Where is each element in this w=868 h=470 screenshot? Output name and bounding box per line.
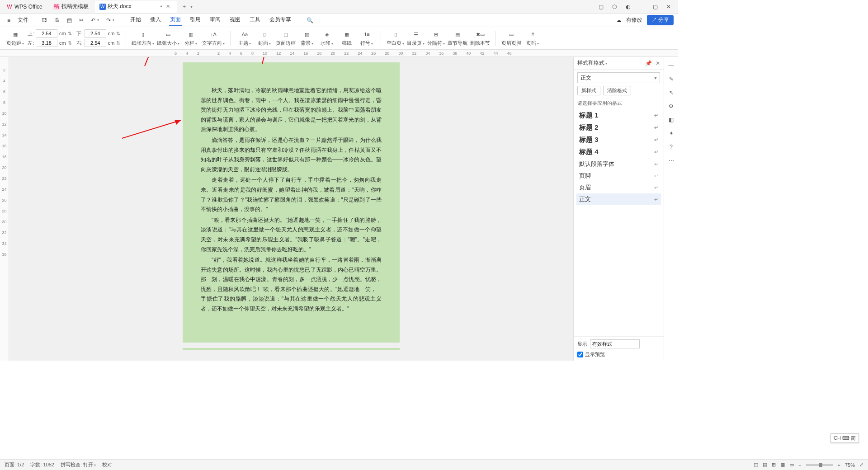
margin-top-input[interactable] (36, 29, 57, 38)
style-item[interactable]: 标题 1↵ (576, 109, 661, 122)
clear-format-button[interactable]: 清除格式 (603, 86, 631, 95)
style-item[interactable]: 正文↵ (576, 193, 661, 205)
cube-icon[interactable]: ⬡ (610, 4, 618, 10)
document-page-2[interactable] (183, 348, 400, 350)
separator (35, 17, 35, 24)
orientation-button[interactable]: ▯纸张方向 (132, 30, 154, 47)
close-icon[interactable]: ✕ (166, 4, 172, 10)
tools-icon[interactable]: ✦ (669, 130, 674, 136)
preview-checkbox[interactable]: 显示预览 (577, 351, 660, 358)
maximize-icon[interactable]: ▢ (651, 4, 659, 10)
ruler-horizontal[interactable]: 6422468101214161820222426283032343638404… (0, 50, 678, 57)
avatar-icon[interactable]: ◐ (624, 4, 632, 10)
new-tab-button[interactable]: + (180, 4, 189, 10)
tab-start[interactable]: 开始 (129, 14, 142, 26)
tab-menu-icon[interactable]: ▾ (190, 4, 193, 9)
paragraph[interactable]: 走着走着，远处一个人停下了自行车，手中撑着一把伞，匆匆向我走来。近看走来的是我的… (201, 175, 382, 214)
template-icon: 稿 (53, 4, 60, 10)
file-menu[interactable]: 文件 (15, 15, 31, 25)
tab-doc[interactable]: W 秋天.docx • ✕ (95, 1, 177, 13)
style-item[interactable]: 页脚↵ (576, 170, 661, 182)
new-style-button[interactable]: 新样式 (577, 86, 600, 95)
settings-icon[interactable]: ⚙ (669, 103, 674, 109)
line-number-button[interactable]: 1≡行号 (358, 30, 375, 47)
collapse-icon[interactable]: — (669, 62, 674, 69)
paragraph[interactable]: "好"，我看着她说道。就这样我坐着她的自行车，一路冒着雨，渐渐离开这失意的场所。… (201, 255, 382, 314)
show-filter-input[interactable] (590, 339, 640, 348)
style-item[interactable]: 标题 3↵ (576, 134, 661, 146)
page-number-button[interactable]: #页码 (524, 30, 541, 47)
document-canvas[interactable]: 秋天，落叶满地，冷寂的秋雨肆意地宣泄着它的情绪，用悲凉给这个喧嚣的世界调色。街巷… (9, 57, 573, 361)
menubar-right: ☁ 有修改 ↗ 分享 (616, 15, 674, 25)
undo-icon[interactable]: ↶ (88, 16, 102, 25)
text-direction-button[interactable]: ↕A文字方向 (202, 30, 225, 47)
theme-button[interactable]: Aa主题 (236, 30, 253, 47)
box-icon[interactable]: ▢ (597, 4, 605, 10)
document-page[interactable]: 秋天，落叶满地，冷寂的秋雨肆意地宣泄着它的情绪，用悲凉给这个喧嚣的世界调色。街巷… (183, 62, 400, 343)
style-item[interactable]: 标题 2↵ (576, 122, 661, 134)
tab-insert[interactable]: 插入 (149, 14, 162, 26)
save-icon[interactable]: 🖫 (39, 16, 50, 25)
style-item[interactable]: 默认段落字体↵ (576, 158, 661, 170)
right-icon-rail: — ✎ ↖ ⚙ ◧ ✦ ? ⋯ (664, 57, 678, 361)
redo-icon[interactable]: ↷ (104, 16, 117, 25)
toc-page-button[interactable]: ☰目录页 (407, 30, 425, 47)
page-margins-button[interactable]: ▦ 页边距 (6, 30, 24, 47)
paragraph[interactable]: 秋天，落叶满地，冷寂的秋雨肆意地宣泄着它的情绪，用悲凉给这个喧嚣的世界调色。街巷… (201, 86, 382, 135)
ruler-vertical[interactable]: 24681012141618202224262830323436 (0, 57, 9, 361)
blankpage-icon: ▯ (391, 30, 400, 39)
paragraph[interactable]: 滴滴答答，是雨在倾诉，还是心在流血？一片黯然浮于眼眸，为什么我用真挚付出的换来的… (201, 136, 382, 174)
svg-line-4 (122, 120, 181, 138)
print-icon[interactable]: 🖶 (52, 16, 62, 25)
tab-page[interactable]: 页面 (169, 14, 182, 26)
close-icon[interactable]: ✕ (665, 4, 673, 10)
margin-right-input[interactable] (85, 39, 106, 47)
help-icon[interactable]: ? (670, 144, 673, 150)
menubar: ≡ 文件 🖫 🖶 ▤ ✂ ↶ ↷ 开始 插入 页面 引用 审阅 视图 工具 会员… (0, 14, 678, 27)
layers-icon[interactable]: ◧ (669, 117, 674, 123)
pencil-icon[interactable]: ✎ (669, 76, 674, 82)
background-button[interactable]: ▨背景 (298, 30, 316, 47)
unit: cm (108, 40, 115, 46)
panel-title[interactable]: 样式和格式 (577, 59, 607, 67)
columns-button[interactable]: ▥分栏 (182, 30, 199, 47)
print-preview-icon[interactable]: ▤ (64, 16, 75, 25)
select-icon[interactable]: ↖ (669, 89, 674, 96)
cloud-icon[interactable]: ☁ (616, 17, 622, 24)
paper-size-button[interactable]: ▭纸张大小 (157, 30, 179, 47)
cut-icon[interactable]: ✂ (76, 16, 86, 25)
minimize-icon[interactable]: — (637, 4, 646, 10)
tab-reference[interactable]: 引用 (189, 14, 202, 26)
manuscript-icon: ▦ (342, 30, 351, 39)
margin-left-input[interactable] (36, 39, 57, 47)
columns-icon: ▥ (186, 30, 195, 39)
share-button[interactable]: ↗ 分享 (647, 15, 674, 25)
close-icon[interactable]: ✕ (656, 60, 660, 66)
tab-label: WPS Office (14, 4, 42, 10)
chapter-nav-button[interactable]: ▤章节导航 (448, 30, 467, 47)
tab-tools[interactable]: 工具 (249, 14, 261, 26)
tab-review[interactable]: 审阅 (209, 14, 222, 26)
tab-template[interactable]: 稿 找稿壳模板 (49, 1, 93, 13)
header-footer-button[interactable]: ▭页眉页脚 (501, 30, 521, 47)
theme-icon: Aa (240, 30, 249, 39)
manuscript-button[interactable]: ▦稿纸 (338, 30, 355, 47)
paragraph[interactable]: "唉，看来那个插曲还挺大的。"她逗趣地一笑，一手搪住了我的胳膊，淡淡说道："与其… (201, 216, 382, 254)
tab-wps[interactable]: W WPS Office (2, 1, 47, 13)
watermark-button[interactable]: ◈水印 (318, 30, 335, 47)
current-style-select[interactable]: 正文▾ (577, 72, 660, 83)
search-icon[interactable]: 🔍 (304, 14, 316, 26)
pin-icon[interactable]: 📌 (645, 60, 652, 66)
cover-button[interactable]: ▯封面 (256, 30, 273, 47)
more-icon[interactable]: ⋯ (669, 157, 674, 164)
border-button[interactable]: ▢页面边框 (276, 30, 296, 47)
blank-page-button[interactable]: ▯空白页 (387, 30, 404, 47)
tab-member[interactable]: 会员专享 (269, 14, 292, 26)
style-item[interactable]: 标题 4↵ (576, 146, 661, 158)
separator-button[interactable]: ⊟分隔符 (427, 30, 445, 47)
margin-bottom-input[interactable] (85, 29, 106, 38)
style-item[interactable]: 页眉↵ (576, 182, 661, 193)
delete-section-button[interactable]: ✖▭删除本节 (470, 30, 490, 47)
tab-view[interactable]: 视图 (229, 14, 241, 26)
hamburger-icon[interactable]: ≡ (5, 16, 13, 25)
